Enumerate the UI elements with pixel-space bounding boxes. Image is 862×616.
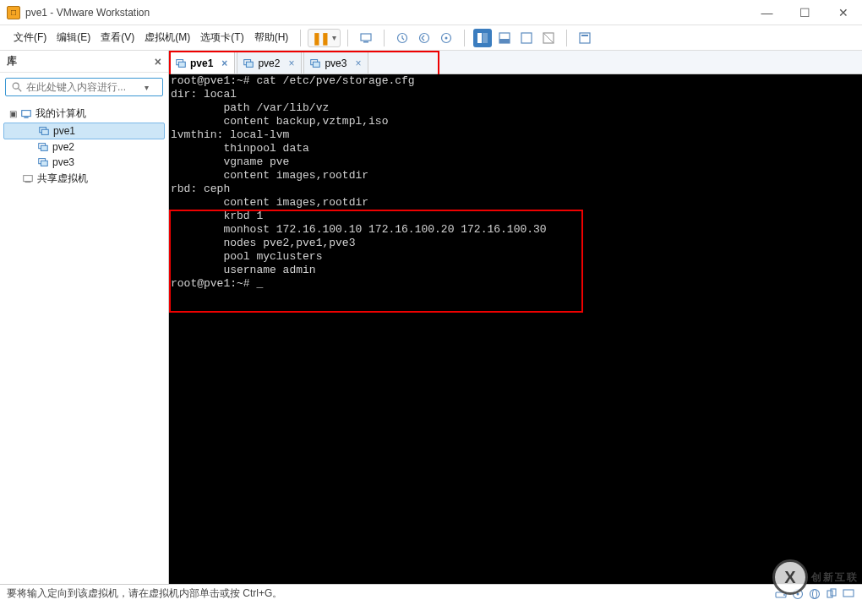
sidebar-close-icon[interactable]: × — [155, 55, 161, 68]
svg-line-16 — [19, 89, 22, 92]
svg-rect-17 — [22, 110, 31, 116]
network-icon[interactable] — [808, 587, 821, 601]
svg-point-3 — [420, 33, 429, 42]
tree-toggle-icon[interactable]: ▣ — [8, 109, 17, 118]
tab-pve2[interactable]: pve2 × — [237, 52, 302, 74]
svg-point-37 — [810, 589, 820, 598]
tree-item-pve1[interactable]: pve1 — [3, 123, 165, 139]
menubar: 文件(F) 编辑(E) 查看(V) 虚拟机(M) 选项卡(T) 帮助(H) ❚❚… — [0, 25, 862, 51]
terminal-line: content images,rootdir — [169, 169, 862, 183]
tree-item-label: pve1 — [53, 125, 75, 137]
svg-rect-25 — [24, 175, 33, 181]
snapshot-manager-icon[interactable] — [437, 29, 456, 47]
terminal-line: nodes pve2,pve1,pve3 — [169, 237, 862, 250]
menu-view[interactable]: 查看(V) — [95, 27, 139, 48]
sidebar: 库 × ▾ ▣ 我的计算机 pve1 pve2 pve3 — [0, 51, 169, 584]
search-input[interactable] — [26, 81, 145, 93]
sidebar-title: 库 — [7, 54, 17, 68]
tab-close-icon[interactable]: × — [221, 57, 227, 69]
snapshot-icon[interactable] — [393, 29, 412, 47]
svg-rect-32 — [314, 62, 320, 67]
status-text: 要将输入定向到该虚拟机，请在虚拟机内部单击或按 Ctrl+G。 — [7, 586, 282, 601]
terminal-line: pool myclusters — [169, 250, 862, 264]
tree-item-label: 共享虚拟机 — [37, 172, 88, 186]
svg-rect-40 — [831, 589, 836, 596]
vm-icon — [38, 125, 50, 137]
svg-rect-28 — [178, 62, 185, 67]
view-mode-2-icon[interactable] — [495, 29, 514, 47]
usb-icon[interactable] — [825, 587, 838, 601]
svg-rect-6 — [477, 33, 482, 43]
svg-rect-20 — [41, 129, 48, 134]
terminal[interactable]: root@pve1:~# cat /etc/pve/storage.cfgdir… — [169, 74, 862, 584]
separator — [300, 30, 301, 46]
statusbar: 要将输入定向到该虚拟机，请在虚拟机内部单击或按 Ctrl+G。 — [0, 584, 862, 602]
content-area: pve1 × pve2 × pve3 × root@pve1:~# cat /e… — [169, 51, 862, 584]
terminal-line: content backup,vztmpl,iso — [169, 115, 862, 128]
separator — [566, 30, 567, 46]
tab-close-icon[interactable]: × — [355, 57, 361, 69]
svg-rect-18 — [24, 117, 28, 117]
menu-file[interactable]: 文件(F) — [8, 27, 52, 48]
tab-pve3[interactable]: pve3 × — [303, 52, 368, 74]
tree-label: 我的计算机 — [35, 106, 86, 121]
computer-icon — [20, 108, 32, 120]
fullscreen-icon[interactable] — [517, 29, 536, 47]
svg-point-34 — [783, 594, 785, 596]
pause-button[interactable]: ❚❚ ▾ — [308, 29, 341, 47]
cd-icon[interactable] — [791, 587, 805, 601]
search-dropdown-icon[interactable]: ▾ — [145, 83, 149, 92]
svg-rect-24 — [41, 161, 47, 166]
sidebar-header: 库 × — [0, 51, 168, 73]
terminal-line: krbd 1 — [169, 210, 862, 223]
shared-icon — [22, 173, 34, 185]
terminal-line: root@pve1:~# cat /etc/pve/storage.cfg — [169, 74, 862, 88]
svg-line-12 — [543, 33, 554, 43]
svg-rect-13 — [580, 33, 590, 43]
menu-vm[interactable]: 虚拟机(M) — [139, 27, 195, 48]
separator — [347, 30, 348, 46]
menu-tabs[interactable]: 选项卡(T) — [195, 27, 248, 48]
menu-edit[interactable]: 编辑(E) — [52, 27, 95, 48]
vm-icon — [243, 57, 254, 69]
unity-icon[interactable] — [539, 29, 558, 47]
svg-point-15 — [13, 83, 19, 89]
close-button[interactable]: ✕ — [824, 0, 862, 25]
view-mode-1-icon[interactable] — [473, 29, 492, 47]
vm-icon — [175, 57, 187, 69]
vm-tree: ▣ 我的计算机 pve1 pve2 pve3 共享虚拟机 — [0, 101, 168, 191]
vm-tabs: pve1 × pve2 × pve3 × — [169, 51, 862, 74]
maximize-button[interactable]: ☐ — [786, 0, 824, 25]
terminal-line: username admin — [169, 264, 862, 277]
svg-point-5 — [445, 36, 448, 39]
snapshot-revert-icon[interactable] — [415, 29, 434, 47]
tree-shared-vms[interactable]: 共享虚拟机 — [3, 170, 165, 188]
svg-rect-14 — [581, 35, 588, 36]
disk-icon[interactable] — [774, 587, 788, 601]
tree-root-my-computer[interactable]: ▣ 我的计算机 — [3, 105, 165, 123]
titlebar: □ pve1 - VMware Workstation — ☐ ✕ — [0, 0, 862, 25]
terminal-line: rbd: ceph — [169, 183, 862, 196]
minimize-button[interactable]: — — [748, 0, 786, 25]
menu-help[interactable]: 帮助(H) — [249, 27, 294, 48]
tab-pve1[interactable]: pve1 × — [169, 52, 235, 74]
vm-icon — [37, 141, 49, 153]
library-icon[interactable] — [576, 29, 594, 47]
terminal-line: vgname pve — [169, 155, 862, 169]
vm-icon — [37, 156, 49, 168]
terminal-line: dir: local — [169, 88, 862, 101]
sound-icon[interactable] — [842, 587, 855, 601]
terminal-line: lvmthin: local-lvm — [169, 128, 862, 142]
status-icons — [774, 587, 855, 601]
svg-rect-7 — [483, 33, 488, 43]
tree-item-pve3[interactable]: pve3 — [3, 155, 165, 170]
tab-close-icon[interactable]: × — [288, 57, 294, 69]
main-area: 库 × ▾ ▣ 我的计算机 pve1 pve2 pve3 — [0, 51, 862, 584]
window-title: pve1 - VMware Workstation — [25, 7, 748, 19]
send-ctrl-alt-del-icon[interactable] — [357, 29, 375, 47]
search-box[interactable]: ▾ — [5, 78, 163, 96]
svg-rect-22 — [41, 145, 47, 150]
tree-item-label: pve2 — [52, 141, 74, 153]
svg-rect-9 — [499, 39, 510, 43]
tree-item-pve2[interactable]: pve2 — [3, 139, 165, 155]
